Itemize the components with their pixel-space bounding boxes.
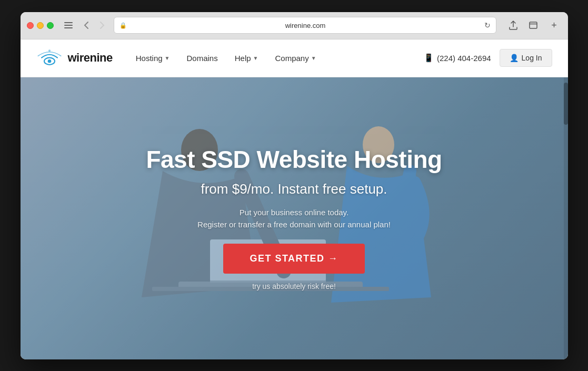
reload-button[interactable]: ↻ xyxy=(484,21,491,29)
phone-icon: 📱 xyxy=(424,53,434,63)
svg-rect-1 xyxy=(64,25,73,26)
window-button[interactable] xyxy=(525,17,542,34)
login-icon: 👤 xyxy=(510,54,519,62)
page-content: wirenine Hosting ▼ Domains Help ▼ Compan… xyxy=(21,39,568,359)
phone-text: (224) 404-2694 xyxy=(437,54,491,63)
svg-rect-2 xyxy=(64,27,73,28)
nav-hosting-label: Hosting xyxy=(136,54,163,63)
nav-domains-label: Domains xyxy=(187,54,218,63)
logo-icon xyxy=(36,47,63,68)
new-tab-button[interactable]: + xyxy=(547,18,562,33)
share-button[interactable] xyxy=(505,17,522,34)
hero-description-1: Put your business online today. xyxy=(146,208,442,217)
risk-free-text: try us absolutely risk free! xyxy=(146,282,442,290)
nav-item-domains[interactable]: Domains xyxy=(180,49,225,67)
svg-point-7 xyxy=(48,49,50,52)
hero-section: Fast SSD Website Hosting from $9/mo. Ins… xyxy=(21,77,568,359)
address-bar[interactable]: 🔒 wirenine.com ↻ xyxy=(114,17,496,34)
header-right: 📱 (224) 404-2694 👤 Log In xyxy=(424,49,552,67)
hero-content: Fast SSD Website Hosting from $9/mo. Ins… xyxy=(135,135,452,301)
hero-subtitle: from $9/mo. Instant free setup. xyxy=(146,181,442,197)
traffic-lights xyxy=(27,22,54,29)
address-text: wirenine.com xyxy=(130,22,481,29)
logo-text: wirenine xyxy=(68,51,113,65)
help-dropdown-icon: ▼ xyxy=(253,55,258,61)
logo-area[interactable]: wirenine xyxy=(36,47,113,68)
nav-buttons xyxy=(61,18,109,33)
login-button[interactable]: 👤 Log In xyxy=(500,49,552,67)
get-started-button[interactable]: GET STARTED → xyxy=(223,244,364,274)
sidebar-toggle-button[interactable] xyxy=(61,18,76,33)
nav-item-company[interactable]: Company ▼ xyxy=(267,49,323,67)
company-dropdown-icon: ▼ xyxy=(311,55,316,61)
site-header: wirenine Hosting ▼ Domains Help ▼ Compan… xyxy=(21,39,568,77)
back-button[interactable] xyxy=(79,18,94,33)
svg-rect-0 xyxy=(64,22,73,23)
svg-rect-3 xyxy=(530,22,537,28)
forward-button[interactable] xyxy=(95,18,109,33)
hosting-dropdown-icon: ▼ xyxy=(165,55,170,61)
maximize-button[interactable] xyxy=(47,22,54,29)
svg-point-6 xyxy=(47,59,51,63)
nav-item-hosting[interactable]: Hosting ▼ xyxy=(128,49,177,67)
hero-title: Fast SSD Website Hosting xyxy=(146,146,442,174)
lock-icon: 🔒 xyxy=(119,22,127,29)
browser-window: 🔒 wirenine.com ↻ + xyxy=(21,12,568,359)
nav-help-label: Help xyxy=(235,54,251,63)
login-label: Log In xyxy=(522,54,542,62)
title-bar: 🔒 wirenine.com ↻ + xyxy=(21,12,568,39)
nav-company-label: Company xyxy=(275,54,308,63)
close-button[interactable] xyxy=(27,22,34,29)
minimize-button[interactable] xyxy=(37,22,44,29)
site-nav: Hosting ▼ Domains Help ▼ Company ▼ xyxy=(128,49,424,67)
toolbar-right xyxy=(505,17,542,34)
phone-number: 📱 (224) 404-2694 xyxy=(424,53,491,63)
nav-item-help[interactable]: Help ▼ xyxy=(227,49,266,67)
hero-description-2: Register or transfer a free domain with … xyxy=(146,220,442,229)
